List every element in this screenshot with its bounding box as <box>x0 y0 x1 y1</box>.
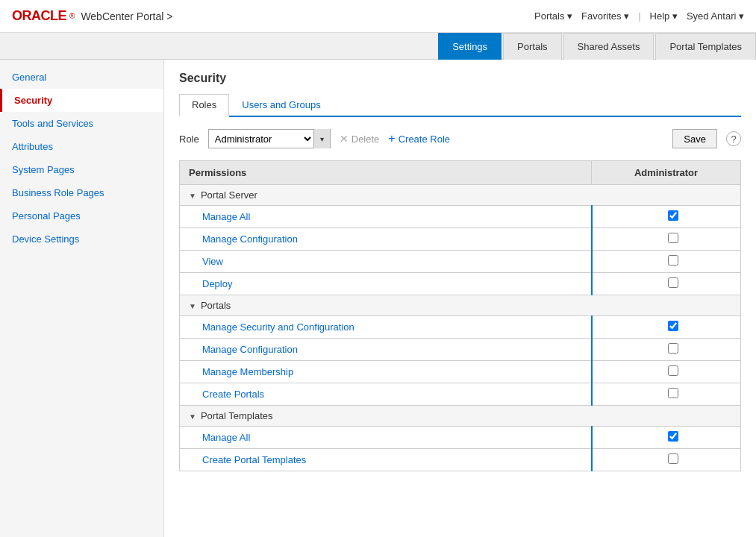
perm-checkbox-cell <box>592 427 741 449</box>
delete-button[interactable]: ✕ Delete <box>340 133 380 145</box>
perm-checkbox-cell <box>592 206 741 228</box>
permissions-col-header: Permissions <box>180 161 592 185</box>
tab-settings[interactable]: Settings <box>438 33 502 60</box>
perm-manage-config-server: Manage Configuration <box>180 228 741 251</box>
perm-manage-config-portals: Manage Configuration <box>180 339 741 361</box>
oracle-logo: ORACLE ® <box>12 8 75 24</box>
perm-checkbox-cell <box>592 273 741 295</box>
perm-checkbox[interactable] <box>668 277 678 288</box>
sidebar-item-personal-pages[interactable]: Personal Pages <box>0 204 163 227</box>
perm-manage-all-server: Manage All <box>180 206 741 228</box>
delete-icon: ✕ <box>340 133 349 145</box>
perm-label: Deploy <box>180 273 592 295</box>
perm-label: Manage Configuration <box>180 339 592 361</box>
main-layout: General Security Tools and Services Attr… <box>0 60 756 537</box>
perm-deploy-server: Deploy <box>180 273 741 295</box>
section-portal-server-label: Portal Server <box>201 189 257 201</box>
perm-checkbox-cell <box>592 361 741 383</box>
sidebar-item-business-role-pages[interactable]: Business Role Pages <box>0 181 163 204</box>
admin-col-header: Administrator <box>592 161 741 185</box>
plus-icon: + <box>388 132 395 145</box>
sidebar: General Security Tools and Services Attr… <box>0 60 164 537</box>
perm-checkbox[interactable] <box>668 255 678 266</box>
perm-checkbox[interactable] <box>668 321 678 331</box>
section-portals: ▼Portals <box>180 295 741 316</box>
perm-checkbox-cell <box>592 383 741 406</box>
perm-checkbox-cell <box>592 316 741 339</box>
collapse-icon[interactable]: ▼ <box>189 192 196 200</box>
perm-label: Manage All <box>180 427 592 449</box>
sub-tab-users-groups[interactable]: Users and Groups <box>229 94 334 116</box>
sidebar-item-security[interactable]: Security <box>0 89 163 112</box>
perm-label: Create Portals <box>180 383 592 406</box>
delete-label: Delete <box>352 134 380 145</box>
perm-checkbox-cell <box>592 449 741 471</box>
permissions-table: Permissions Administrator ▼Portal Server… <box>179 160 741 471</box>
top-bar: ORACLE ® WebCenter Portal > Portals ▾ Fa… <box>0 0 756 33</box>
registered-mark: ® <box>69 12 75 20</box>
user-nav-link[interactable]: Syed Antari ▾ <box>687 10 744 22</box>
tab-portals[interactable]: Portals <box>503 33 561 60</box>
perm-checkbox[interactable] <box>668 210 678 221</box>
nav-separator: | <box>638 10 640 22</box>
perm-checkbox-cell <box>592 228 741 251</box>
page-title: Security <box>179 72 741 85</box>
section-portals-label: Portals <box>201 300 231 311</box>
app-name: WebCenter Portal > <box>81 10 172 22</box>
sidebar-item-attributes[interactable]: Attributes <box>0 135 163 158</box>
collapse-icon[interactable]: ▼ <box>189 412 196 421</box>
create-role-button[interactable]: + Create Role <box>388 132 450 145</box>
perm-manage-all-templates: Manage All <box>180 427 741 449</box>
perm-checkbox[interactable] <box>668 453 678 464</box>
role-select[interactable]: Administrator <box>209 130 313 148</box>
perm-checkbox-cell <box>592 251 741 273</box>
perm-checkbox[interactable] <box>668 233 678 243</box>
perm-manage-membership-portals: Manage Membership <box>180 361 741 383</box>
sidebar-item-general[interactable]: General <box>0 66 163 89</box>
section-portal-server: ▼Portal Server <box>180 185 741 206</box>
perm-checkbox[interactable] <box>668 431 678 442</box>
content-area: Security Roles Users and Groups Role Adm… <box>164 60 756 537</box>
perm-label: Manage Configuration <box>180 228 592 251</box>
perm-create-portals: Create Portals <box>180 383 741 406</box>
help-nav-link[interactable]: Help ▾ <box>650 10 678 22</box>
perm-manage-security-portals: Manage Security and Configuration <box>180 316 741 339</box>
perm-checkbox-cell <box>592 339 741 361</box>
top-bar-right: Portals ▾ Favorites ▾ | Help ▾ Syed Anta… <box>534 10 744 22</box>
oracle-wordmark: ORACLE <box>12 8 66 24</box>
perm-label: Manage Membership <box>180 361 592 383</box>
perm-label: Manage Security and Configuration <box>180 316 592 339</box>
role-label: Role <box>179 134 199 145</box>
perm-label: Manage All <box>180 206 592 228</box>
section-portal-templates-label: Portal Templates <box>201 410 273 421</box>
collapse-icon[interactable]: ▼ <box>189 302 196 310</box>
top-bar-left: ORACLE ® WebCenter Portal > <box>12 8 172 24</box>
perm-checkbox[interactable] <box>668 365 678 376</box>
tab-portal-templates[interactable]: Portal Templates <box>655 33 756 60</box>
sub-tab-roles[interactable]: Roles <box>179 94 229 117</box>
role-bar: Role Administrator ▾ ✕ Delete + Create R… <box>179 129 741 148</box>
sidebar-item-system-pages[interactable]: System Pages <box>0 158 163 181</box>
role-select-wrapper[interactable]: Administrator ▾ <box>208 129 331 148</box>
perm-label: Create Portal Templates <box>180 449 592 471</box>
tab-bar: Settings Portals Shared Assets Portal Te… <box>0 33 756 60</box>
save-button[interactable]: Save <box>672 129 717 148</box>
perm-view-server: View <box>180 251 741 273</box>
perm-checkbox[interactable] <box>668 343 678 354</box>
section-portal-templates: ▼Portal Templates <box>180 406 741 427</box>
sub-tabs: Roles Users and Groups <box>179 94 741 117</box>
help-icon[interactable]: ? <box>726 131 741 146</box>
portals-nav-link[interactable]: Portals ▾ <box>534 10 572 22</box>
sidebar-item-device-settings[interactable]: Device Settings <box>0 227 163 251</box>
perm-label: View <box>180 251 592 273</box>
favorites-nav-link[interactable]: Favorites ▾ <box>581 10 629 22</box>
sidebar-item-tools-services[interactable]: Tools and Services <box>0 112 163 135</box>
tab-shared-assets[interactable]: Shared Assets <box>563 33 655 60</box>
create-role-label: Create Role <box>399 134 450 145</box>
perm-create-portal-templates: Create Portal Templates <box>180 449 741 471</box>
role-dropdown-btn[interactable]: ▾ <box>313 129 330 148</box>
perm-checkbox[interactable] <box>668 388 678 398</box>
